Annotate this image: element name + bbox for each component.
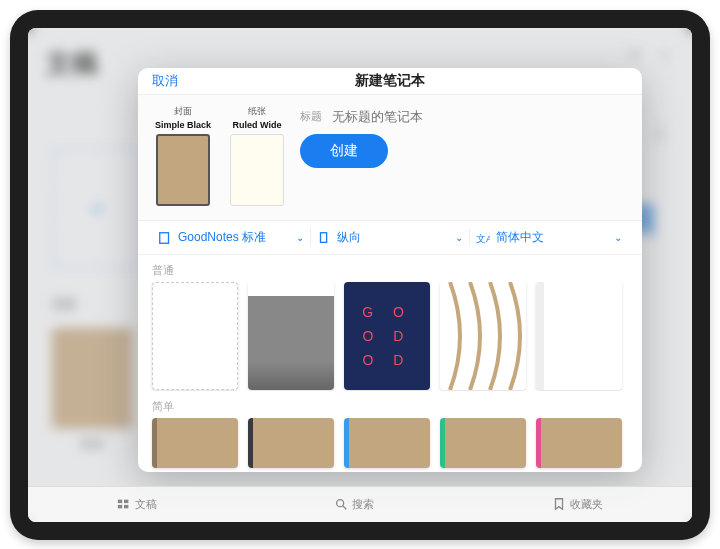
filter-language[interactable]: 文A 简体中文 ⌄ [470,229,628,246]
filter-row: GoodNotes 标准 ⌄ 纵向 ⌄ 文A 简体中文 ⌄ [138,221,642,255]
tab-search[interactable]: 搜索 [334,497,374,512]
svg-point-12 [337,500,344,507]
svg-line-13 [343,506,347,510]
modal-header: 取消 新建笔记本 [138,68,642,96]
screen: 文稿 ☰ ＋ 新建 阅读 取消 新建笔记本 封面 Si [28,28,692,522]
section-simple-label: 简单 [138,391,642,418]
paper-template-thumb [230,134,284,206]
svg-rect-9 [124,500,128,504]
filter-source[interactable]: GoodNotes 标准 ⌄ [152,229,311,246]
cover-thumb [152,282,238,390]
tab-bar: 文稿 搜索 收藏夹 [28,486,692,522]
cover-option-enclosed[interactable]: Enclosed 1 [248,282,334,381]
cover-simple-3[interactable] [344,418,430,461]
cover-simple-1[interactable] [152,418,238,461]
svg-rect-5 [160,233,169,244]
notebook-name-input[interactable] [332,109,628,124]
search-icon [334,497,348,511]
tablet-frame: 文稿 ☰ ＋ 新建 阅读 取消 新建笔记本 封面 Si [10,10,710,540]
documents-icon [117,497,131,511]
cover-option-none[interactable]: 无封面 [152,282,238,381]
tab-favorites[interactable]: 收藏夹 [552,497,603,512]
svg-text:文A: 文A [476,232,490,243]
bookmark-icon [552,497,566,511]
cover-simple-4[interactable] [440,418,526,461]
title-row: 标题 [300,109,628,124]
title-label: 标题 [300,109,322,124]
config-row: 封面 Simple Black 纸张 Ruled Wide 标题 创建 [138,95,642,221]
tab-documents[interactable]: 文稿 [117,497,157,512]
template-icon [158,231,172,245]
orientation-icon [317,231,331,245]
svg-rect-8 [118,500,122,504]
cover-option-plain[interactable]: Plain [536,282,622,381]
featured-covers: 无封面 Enclosed 1 GOOOD Waves [138,282,642,391]
modal-title: 新建笔记本 [355,72,425,90]
chevron-down-icon: ⌄ [614,232,622,243]
svg-rect-11 [124,505,128,509]
cancel-button[interactable]: 取消 [152,72,178,90]
cover-option-good[interactable]: GOOOD [344,282,430,381]
cover-simple-5[interactable] [536,418,622,461]
chevron-down-icon: ⌄ [455,232,463,243]
paper-template[interactable]: 纸张 Ruled Wide [226,105,288,206]
cover-thumb [344,282,430,390]
language-icon: 文A [476,231,490,245]
cover-option-waves[interactable]: Waves [440,282,526,381]
cover-thumb [536,282,622,390]
cover-thumb [248,282,334,390]
filter-orientation[interactable]: 纵向 ⌄ [311,229,470,246]
cover-thumb [440,282,526,390]
cover-template[interactable]: 封面 Simple Black [152,105,214,206]
simple-covers [138,418,642,471]
svg-rect-6 [321,233,327,243]
section-featured-label: 普通 [138,255,642,282]
svg-rect-10 [118,505,122,509]
create-button[interactable]: 创建 [300,134,388,168]
config-main: 标题 创建 [300,105,628,206]
new-notebook-modal: 取消 新建笔记本 封面 Simple Black 纸张 Ruled Wide 标… [138,68,642,472]
cover-simple-2[interactable] [248,418,334,461]
cover-template-thumb [156,134,210,206]
chevron-down-icon: ⌄ [296,232,304,243]
